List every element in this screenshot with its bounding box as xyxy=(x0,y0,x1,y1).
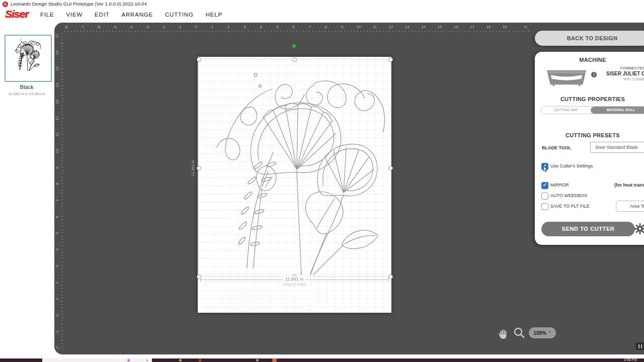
machine-heading: MACHINE xyxy=(535,57,644,63)
menu-cutting[interactable]: CUTTING xyxy=(165,12,194,18)
mirror-label: MIRROR xyxy=(550,183,569,188)
dimension-tick-left xyxy=(200,278,201,282)
cutting-properties-heading: CUTTING PROPERTIES xyxy=(535,96,644,102)
selection-group-label: Group (2 items) xyxy=(269,283,319,286)
cutting-surface-toggle: CUTTING MAT MATERIAL ROLL xyxy=(541,106,644,114)
tab-material-roll[interactable]: MATERIAL ROLL xyxy=(591,107,644,114)
selection-handle-top-left[interactable] xyxy=(197,57,201,62)
menu-edit[interactable]: EDIT xyxy=(95,12,109,18)
mouse-cursor-icon xyxy=(543,165,549,172)
blade-tool-label: BLADE TOOL xyxy=(542,145,571,150)
selection-bounding-box[interactable] xyxy=(198,59,391,277)
window-title: Leonardo Design Studio GUI Prototype (Ve… xyxy=(11,1,147,7)
machine-name: SISER JULIET CUTTER xyxy=(606,71,644,76)
layer-size: 11.661 in x 13.363 in xyxy=(0,92,53,96)
selection-handle-mid-right[interactable] xyxy=(388,166,393,170)
window-frame-bottom xyxy=(0,354,644,358)
blade-tool-select[interactable]: Siser Standard Blade xyxy=(590,142,644,153)
cutting-presets-heading: CUTTING PRESETS xyxy=(535,132,644,138)
vertical-ruler-ticks xyxy=(61,33,63,349)
menu-bar: FILE VIEW EDIT ARRANGE CUTTING HELP xyxy=(40,12,222,18)
selection-handle-mid-left[interactable] xyxy=(197,166,201,170)
tab-favicon-pink xyxy=(127,359,130,361)
send-to-cutter-button[interactable]: SEND TO CUTTER xyxy=(541,222,635,236)
app-icon: S xyxy=(3,2,8,7)
layer-name: Black xyxy=(0,84,53,90)
mirror-checkbox[interactable] xyxy=(541,182,548,189)
app-window: { "window": { "title": "Leonardo Design … xyxy=(0,0,644,362)
layer-thumbnail-artwork xyxy=(7,37,46,76)
tab-cutting-mat[interactable]: CUTTING MAT xyxy=(541,107,591,114)
chevron-up-icon: ⌃ xyxy=(548,331,551,335)
zoom-magnifier-icon[interactable] xyxy=(513,327,525,339)
machine-connection: WIFI CONNECTED xyxy=(623,77,644,81)
dimension-tick-right xyxy=(388,278,388,282)
zoom-level-button[interactable]: 100% ⌃ xyxy=(529,327,556,338)
back-to-design-button[interactable]: BACK TO DESIGN xyxy=(535,31,644,46)
area-test-button[interactable]: Area Test xyxy=(616,201,644,212)
machine-status: CONNECTED xyxy=(620,66,644,70)
cutter-machine-icon xyxy=(545,68,588,87)
selection-width-label: 11.661 in xyxy=(269,277,319,282)
save-to-plt-checkbox[interactable] xyxy=(541,203,548,210)
menu-arrange[interactable]: ARRANGE xyxy=(122,12,153,18)
pause-icon[interactable] xyxy=(635,342,644,350)
selection-handle-bottom-right[interactable] xyxy=(388,275,393,279)
mirror-note: (for heat transfer) xyxy=(614,183,644,188)
layer-thumbnail[interactable] xyxy=(5,35,52,82)
rotation-handle[interactable] xyxy=(292,44,296,48)
taskbar-icon-orange xyxy=(272,358,277,362)
selection-handle-top-mid[interactable] xyxy=(292,57,297,62)
menu-view[interactable]: VIEW xyxy=(66,12,83,18)
taskbar-icon-gray xyxy=(256,359,259,361)
background-tabstrip xyxy=(42,358,152,362)
zoom-level-value: 100% xyxy=(533,330,546,336)
selection-handle-top-right[interactable] xyxy=(388,57,393,62)
selection-height-label: 13.363 in xyxy=(191,148,197,189)
menu-help[interactable]: HELP xyxy=(206,12,222,18)
horizontal-ruler-ticks xyxy=(64,31,530,32)
auto-weedbox-label: AUTO WEEDBOX xyxy=(550,193,587,198)
cutter-panel: MACHINE i CONNECTED SISER JULIET CUTTER … xyxy=(535,52,644,245)
pan-hand-icon[interactable] xyxy=(497,327,509,339)
use-cutters-settings-label: Use Cutter's Settings xyxy=(550,163,593,168)
taskbar-clock: 3:58 PM xyxy=(624,358,637,361)
taskbar-icon-red xyxy=(199,359,201,361)
settings-gear-icon[interactable] xyxy=(634,223,644,235)
save-to-plt-label: SAVE TO PLT FILE xyxy=(550,204,590,209)
tab-favicon-blue xyxy=(146,359,148,361)
auto-weedbox-checkbox[interactable] xyxy=(541,193,548,200)
menu-file[interactable]: FILE xyxy=(40,12,54,18)
machine-info-icon[interactable]: i xyxy=(591,72,597,77)
taskbar-icon-yellow xyxy=(179,359,182,361)
siser-logo: Siser xyxy=(5,8,28,20)
